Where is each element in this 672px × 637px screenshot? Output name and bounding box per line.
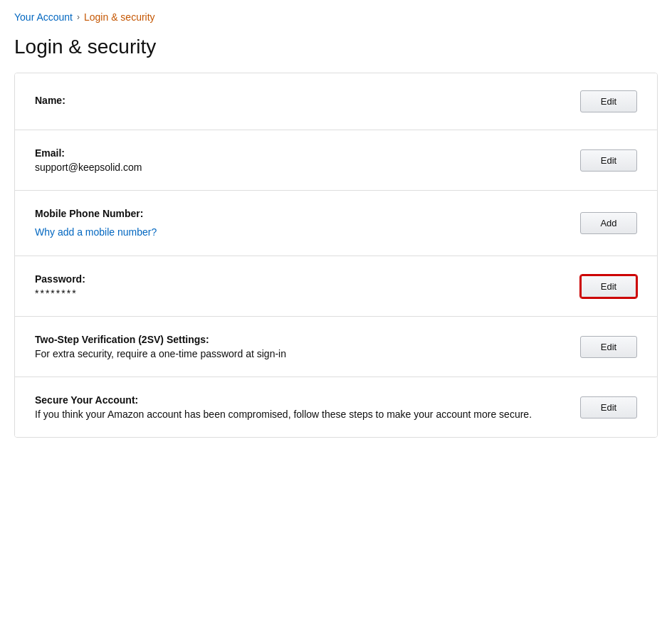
password-value: ******** xyxy=(35,288,566,299)
settings-row-email: Email: support@keepsolid.com Edit xyxy=(15,130,657,191)
settings-row-2sv: Two-Step Verification (2SV) Settings: Fo… xyxy=(15,317,657,377)
name-label: Name: xyxy=(35,95,566,106)
page-title: Login & security xyxy=(14,36,658,58)
breadcrumb-account-link[interactable]: Your Account xyxy=(14,11,73,23)
mobile-label: Mobile Phone Number: xyxy=(35,208,566,219)
settings-row-name: Name: Edit xyxy=(15,73,657,130)
breadcrumb: Your Account › Login & security xyxy=(14,11,658,23)
secure-edit-button[interactable]: Edit xyxy=(580,396,637,418)
settings-row-name-content: Name: xyxy=(35,95,566,109)
secure-label: Secure Your Account: xyxy=(35,394,566,406)
mobile-why-link[interactable]: Why add a mobile number? xyxy=(35,226,157,238)
secure-description: If you think your Amazon account has bee… xyxy=(35,409,566,420)
settings-row-email-content: Email: support@keepsolid.com xyxy=(35,147,566,173)
settings-row-secure: Secure Your Account: If you think your A… xyxy=(15,377,657,437)
password-edit-button[interactable]: Edit xyxy=(580,275,637,298)
password-label: Password: xyxy=(35,273,566,285)
settings-row-mobile: Mobile Phone Number: Why add a mobile nu… xyxy=(15,191,657,256)
breadcrumb-separator: › xyxy=(77,12,80,22)
2sv-description: For extra security, require a one-time p… xyxy=(35,348,566,359)
page-container: Your Account › Login & security Login & … xyxy=(0,0,672,449)
settings-row-password: Password: ******** Edit xyxy=(15,256,657,317)
2sv-edit-button[interactable]: Edit xyxy=(580,336,637,358)
settings-row-2sv-content: Two-Step Verification (2SV) Settings: Fo… xyxy=(35,334,566,359)
email-value: support@keepsolid.com xyxy=(35,162,566,173)
breadcrumb-current: Login & security xyxy=(84,11,155,23)
email-edit-button[interactable]: Edit xyxy=(580,149,637,172)
settings-row-secure-content: Secure Your Account: If you think your A… xyxy=(35,394,566,420)
mobile-add-button[interactable]: Add xyxy=(580,212,637,234)
2sv-label: Two-Step Verification (2SV) Settings: xyxy=(35,334,566,345)
settings-row-mobile-content: Mobile Phone Number: Why add a mobile nu… xyxy=(35,208,566,238)
name-edit-button[interactable]: Edit xyxy=(580,90,637,112)
email-label: Email: xyxy=(35,147,566,159)
settings-container: Name: Edit Email: support@keepsolid.com … xyxy=(14,73,658,438)
settings-row-password-content: Password: ******** xyxy=(35,273,566,299)
